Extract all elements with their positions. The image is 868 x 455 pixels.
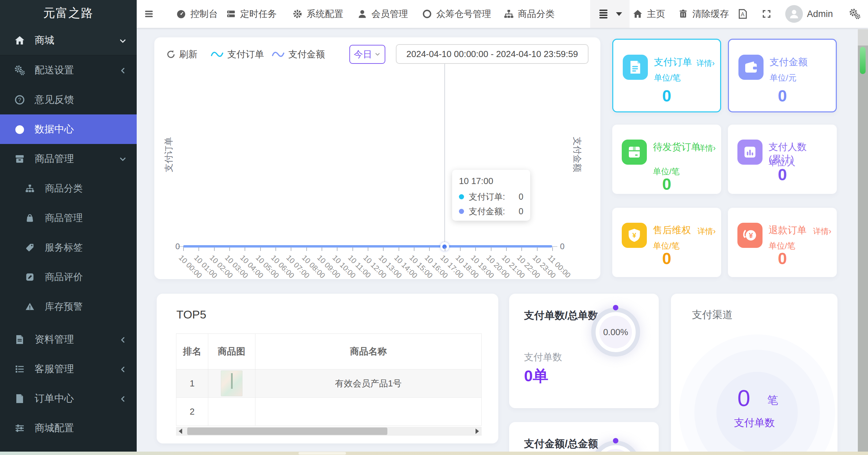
tooltip-title: 10 17:00 bbox=[459, 176, 523, 186]
scrollbar-thumb[interactable] bbox=[860, 47, 866, 74]
sidebar-item-order-center[interactable]: 订单中心 bbox=[0, 384, 137, 413]
x-axis-tickmark bbox=[521, 247, 522, 251]
sidebar-item-mall-config[interactable]: 商城配置 bbox=[0, 413, 137, 443]
product-image bbox=[221, 370, 243, 396]
nav-item-scheduled-tasks[interactable]: 定时任务 bbox=[226, 0, 277, 28]
stat-card-refund-orders: 退款订单 详情› 单位/笔 0 bbox=[728, 208, 837, 277]
user-icon bbox=[357, 9, 367, 19]
detail-link[interactable]: 详情› bbox=[694, 57, 715, 69]
x-axis-tickmark bbox=[399, 247, 399, 251]
nav-menu-dropdown-button[interactable] bbox=[590, 0, 630, 28]
channel-label: 支付单数 bbox=[734, 416, 775, 430]
sidebar-subitem-product-category[interactable]: 商品分类 bbox=[0, 174, 137, 203]
nav-item-homepage[interactable]: 主页 bbox=[633, 0, 665, 28]
sidebar-subitem-product-reviews[interactable]: 商品评价 bbox=[0, 262, 137, 292]
sidebar-item-data-center[interactable]: 数据中心 bbox=[0, 114, 137, 144]
sidebar-item-delivery-settings[interactable]: 配送设置 bbox=[0, 55, 137, 85]
x-axis-tickmark bbox=[260, 247, 261, 251]
y-axis-right-zero: 0 bbox=[560, 242, 564, 251]
stat-card-pay-orders: 支付订单 详情› 单位/笔 0 bbox=[612, 39, 721, 112]
table-row: 1 有效会员产品1号 bbox=[176, 369, 482, 398]
scroll-left-arrow[interactable] bbox=[176, 427, 185, 436]
fullscreen-button[interactable] bbox=[761, 0, 772, 28]
payment-chart-panel: 刷新 支付订单 支付金额 今日 2024-04-10 00:00:00 - 20… bbox=[154, 37, 600, 279]
sidebar-toggle-button[interactable] bbox=[143, 0, 154, 28]
sidebar-item-mall[interactable]: 商城 bbox=[0, 26, 137, 55]
scrollbar-track-cap bbox=[858, 29, 868, 46]
settings-button[interactable] bbox=[849, 0, 861, 28]
sidebar-menu: 商城 配送设置 意见反馈 数据中心 商品管理 商品分类 商品管理 bbox=[0, 26, 137, 452]
sitemap-icon bbox=[23, 184, 37, 193]
x-axis-tickmark bbox=[291, 247, 291, 251]
warning-icon bbox=[23, 302, 37, 311]
y-axis-left-zero: 0 bbox=[175, 242, 180, 251]
tooltip-row: 支付金额: 0 bbox=[459, 206, 523, 217]
username: Admin bbox=[807, 9, 833, 19]
caret-down-icon bbox=[616, 12, 622, 16]
stat-card-pay-amount: 支付金额 单位/元 0 bbox=[728, 39, 837, 112]
table-horizontal-scrollbar[interactable] bbox=[176, 427, 482, 436]
detail-link[interactable]: 详情› bbox=[695, 225, 716, 237]
scrollbar-thumb[interactable] bbox=[187, 427, 387, 435]
stat-card-payers-total: 支付人数(累计) 单位/人 0 bbox=[728, 125, 837, 194]
hamburger-icon bbox=[143, 8, 154, 19]
chevron-left-icon bbox=[118, 363, 127, 375]
sidebar-item-data-management[interactable]: 资料管理 bbox=[0, 325, 137, 354]
sidebar-item-feedback[interactable]: 意见反馈 bbox=[0, 85, 137, 114]
nav-item-system-config[interactable]: 系统配置 bbox=[292, 0, 343, 28]
user-menu[interactable]: Admin bbox=[785, 0, 833, 28]
top-navbar: 控制台 定时任务 系统配置 会员管理 众筹仓号管理 商品分类 主页 清除缓存 A… bbox=[137, 0, 868, 28]
trash-icon bbox=[678, 9, 688, 19]
cogs-icon bbox=[849, 8, 861, 20]
nav-item-clear-cache[interactable]: 清除缓存 bbox=[678, 0, 729, 28]
x-axis-tickmark bbox=[506, 247, 507, 251]
scroll-right-arrow[interactable] bbox=[473, 427, 482, 436]
vertical-scrollbar[interactable] bbox=[858, 29, 868, 452]
gauge-progress-dot bbox=[613, 305, 618, 310]
x-axis-tickmark bbox=[183, 247, 184, 251]
chart-plot[interactable]: 0 0 10 00:0010 01:0010 02:0010 03:0010 0… bbox=[154, 37, 600, 279]
sitemap-icon bbox=[504, 9, 514, 19]
list-icon bbox=[598, 8, 609, 20]
scrollbar-thumb[interactable] bbox=[298, 452, 346, 455]
chevron-left-icon bbox=[118, 334, 127, 345]
sidebar-subitem-service-tags[interactable]: 服务标签 bbox=[0, 233, 137, 262]
stat-card-after-sales: 售后维权 详情› 单位/笔 0 bbox=[612, 208, 721, 277]
x-axis-tickmark bbox=[275, 247, 276, 251]
panel-title: 支付单数/总单数 bbox=[524, 309, 598, 323]
x-axis-tickmark bbox=[245, 247, 245, 251]
language-button[interactable] bbox=[737, 0, 748, 28]
chevron-left-icon bbox=[118, 65, 127, 76]
chart-tooltip: 10 17:00 支付订单: 0 支付金额: 0 bbox=[452, 170, 530, 221]
nav-item-product-category[interactable]: 商品分类 bbox=[504, 0, 555, 28]
nav-item-crowdfunding[interactable]: 众筹仓号管理 bbox=[422, 0, 491, 28]
nav-item-console[interactable]: 控制台 bbox=[176, 0, 218, 28]
detail-link[interactable]: 详情› bbox=[695, 142, 716, 154]
pay-channel-panel: 支付渠道 0 笔 支付单数 bbox=[671, 294, 837, 455]
detail-link[interactable]: 详情› bbox=[810, 225, 831, 237]
nav-item-member-management[interactable]: 会员管理 bbox=[357, 0, 408, 28]
x-axis-tickmark bbox=[460, 247, 461, 251]
panel-title: TOP5 bbox=[176, 308, 206, 321]
x-axis-tickmark bbox=[491, 247, 491, 251]
cogs-icon bbox=[13, 65, 26, 76]
x-axis-tickmark bbox=[322, 247, 322, 251]
sidebar-subitem-product-management[interactable]: 商品管理 bbox=[0, 203, 137, 233]
x-axis-tickmark bbox=[337, 247, 337, 251]
top5-panel: TOP5 排名 商品图 商品名称 1 有效会员产品1号 2 bbox=[157, 294, 498, 443]
table-header-row: 排名 商品图 商品名称 bbox=[176, 334, 482, 369]
sidebar-item-product-management[interactable]: 商品管理 bbox=[0, 144, 137, 174]
chevron-down-icon bbox=[118, 153, 127, 164]
horizontal-scrollbar[interactable] bbox=[0, 452, 868, 455]
tooltip-row: 支付订单: 0 bbox=[459, 191, 523, 202]
pay-order-ratio-panel: 支付单数/总单数 0.00% 支付单数 0单 bbox=[509, 294, 659, 408]
fullscreen-icon bbox=[761, 9, 772, 19]
question-circle-icon bbox=[13, 94, 26, 105]
list-icon bbox=[13, 364, 26, 375]
pay-order-count: 0单 bbox=[524, 366, 548, 387]
sidebar-subitem-stock-warning[interactable]: 库存预警 bbox=[0, 292, 137, 321]
x-axis-tickmark bbox=[306, 247, 307, 251]
sidebar-item-customer-service[interactable]: 客服管理 bbox=[0, 354, 137, 384]
table-row: 2 bbox=[176, 398, 482, 426]
x-axis-tickmark bbox=[368, 247, 368, 251]
